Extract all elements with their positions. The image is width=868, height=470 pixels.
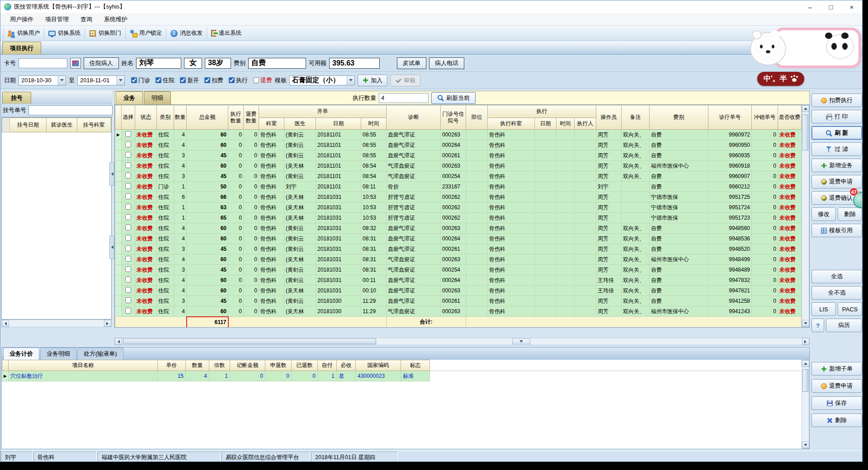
toolbar-button[interactable]: 切换用户 bbox=[3, 28, 44, 39]
delete-item-button[interactable]: 删除 bbox=[811, 414, 862, 427]
scroll-right-icon[interactable] bbox=[802, 338, 809, 345]
select-none-button[interactable]: 全不选 bbox=[811, 286, 862, 300]
maximize-button[interactable]: □ bbox=[821, 0, 841, 13]
splitter-collapse-icon[interactable] bbox=[512, 338, 530, 344]
business-vscrollbar[interactable] bbox=[802, 105, 809, 327]
row-select-checkbox[interactable] bbox=[125, 152, 131, 158]
template-select[interactable]: 石膏固定（小） bbox=[289, 75, 355, 85]
toolbar-button[interactable]: 切换系统 bbox=[44, 28, 85, 39]
print-button[interactable]: 打 印 bbox=[811, 110, 862, 123]
tab-business-pricing[interactable]: 业务计价 bbox=[3, 348, 39, 360]
dropdown-arrow-icon[interactable] bbox=[58, 76, 66, 85]
add-button[interactable]: 加入 bbox=[358, 75, 387, 86]
table-row[interactable]: 未收费 住院 1 63 0 0 骨伤科 (吴天林 20181031 10:53 bbox=[115, 202, 802, 213]
new-business-button[interactable]: 新增业务 bbox=[811, 159, 862, 172]
table-row[interactable]: 未收费 住院 4 60 0 0 骨伤科 (黄剑云 20181031 08:31 bbox=[115, 234, 802, 244]
row-select-checkbox[interactable] bbox=[125, 173, 131, 179]
toolbar-button[interactable]: 退出系统 bbox=[207, 28, 245, 39]
pricing-row[interactable]: ▶ 穴位贴敷治疗 15 4 1 0 0 0 1 是 430000023 bbox=[2, 371, 802, 381]
table-row[interactable]: 未收费 住院 3 45 0 0 骨伤科 (黄剑云 20181101 08:54 bbox=[115, 171, 802, 182]
inpatient-button[interactable]: 住院病人 bbox=[84, 57, 119, 69]
reg-no-input[interactable] bbox=[28, 105, 113, 115]
table-row[interactable]: 未收费 住院 4 60 0 0 骨伤科 (吴天林 20181031 08:31 bbox=[115, 254, 802, 265]
row-select-checkbox[interactable] bbox=[125, 183, 131, 189]
row-select-checkbox[interactable] bbox=[125, 245, 131, 251]
deduct-execute-button[interactable]: 扣费执行 bbox=[811, 94, 862, 107]
row-select-checkbox[interactable] bbox=[125, 277, 131, 282]
row-select-checkbox[interactable] bbox=[125, 256, 131, 262]
panel-collapse-button[interactable] bbox=[109, 162, 114, 186]
scroll-down-icon[interactable] bbox=[802, 442, 809, 448]
filter-checkbox[interactable] bbox=[131, 77, 137, 83]
filter-button[interactable]: 过 滤 bbox=[811, 142, 862, 156]
select-all-button[interactable]: 全选 bbox=[811, 270, 862, 283]
dropdown-arrow-icon[interactable] bbox=[347, 76, 354, 85]
scroll-down-icon[interactable] bbox=[802, 320, 809, 327]
date-to-select[interactable]: 2018-11-01 bbox=[77, 75, 125, 85]
row-select-checkbox[interactable] bbox=[125, 162, 131, 168]
table-row[interactable]: 未收费 住院 4 60 0 0 骨伤科 (黄剑云 20181031 00:11 bbox=[115, 275, 802, 286]
tab-registration[interactable]: 挂号 bbox=[2, 92, 31, 103]
registration-hscrollbar[interactable] bbox=[1, 320, 112, 327]
tab-prescription[interactable]: 处方(输液单) bbox=[77, 348, 123, 360]
toolbar-button[interactable]: 消息收发 bbox=[166, 28, 207, 39]
horizontal-splitter[interactable] bbox=[114, 338, 810, 345]
tab-detail[interactable]: 明细 bbox=[144, 91, 171, 104]
pacs-button[interactable]: PACS bbox=[838, 302, 862, 316]
row-select-checkbox[interactable] bbox=[125, 141, 131, 147]
minimize-button[interactable]: – bbox=[800, 0, 821, 13]
refresh-current-button[interactable]: 刷新当前 bbox=[431, 92, 476, 104]
filter-checkbox[interactable] bbox=[204, 77, 210, 83]
table-row[interactable]: 未收费 住院 4 60 0 0 骨伤科 (黄剑云 20181031 08:32 bbox=[115, 223, 802, 234]
dropdown-arrow-icon[interactable] bbox=[117, 76, 124, 85]
row-select-checkbox[interactable] bbox=[125, 193, 131, 199]
menu-item[interactable]: 查询 bbox=[75, 13, 98, 26]
row-select-checkbox[interactable] bbox=[125, 214, 131, 220]
filter-checkbox[interactable] bbox=[229, 77, 235, 83]
refund-apply-button[interactable]: 退费申请 bbox=[811, 379, 862, 393]
row-select-checkbox[interactable] bbox=[125, 131, 131, 137]
table-row[interactable]: 未收费 住院 4 60 0 0 骨伤科 (吴天林 20181101 08:54 bbox=[115, 161, 802, 171]
panel-collapse-button[interactable] bbox=[109, 235, 114, 259]
scroll-up-icon[interactable] bbox=[802, 360, 809, 367]
card-reader-button[interactable] bbox=[70, 58, 81, 69]
menu-item[interactable]: 系统维护 bbox=[98, 13, 133, 26]
template-ref-button[interactable]: 模板引用 bbox=[811, 224, 862, 237]
card-no-input[interactable] bbox=[19, 58, 67, 68]
tab-business-detail[interactable]: 业务明细 bbox=[40, 348, 76, 360]
table-row[interactable]: 未收费 住院 3 45 0 0 骨伤科 (黄剑云 20181101 08:55 bbox=[115, 150, 802, 161]
date-from-select[interactable]: 2018-10-30 bbox=[19, 75, 66, 85]
table-row[interactable]: 未收费 住院 4 60 0 0 骨伤科 (黄剑云 20181101 08:55 bbox=[115, 140, 802, 150]
pricing-vscrollbar[interactable] bbox=[802, 360, 809, 449]
table-row[interactable]: 未收费 门诊 1 50 0 0 骨伤科 刘宇 20181101 08:11 骨折 bbox=[115, 182, 802, 192]
menu-item[interactable]: 项目管理 bbox=[39, 13, 75, 26]
row-select-checkbox[interactable] bbox=[125, 266, 131, 272]
modify-button[interactable]: 修改 bbox=[811, 207, 836, 221]
table-row[interactable]: 未收费 住院 1 65 0 0 骨伤科 (吴天林 20181031 10:53 bbox=[115, 213, 802, 223]
refresh-button[interactable]: 刷 新 bbox=[811, 126, 862, 140]
table-row[interactable]: 未收费 住院 4 60 0 0 骨伤科 (吴天林 20181030 11:29 bbox=[115, 306, 802, 317]
toolbar-button[interactable]: 切换部门 bbox=[85, 28, 125, 39]
tab-business[interactable]: 业务 bbox=[116, 91, 143, 104]
scroll-up-icon[interactable] bbox=[802, 105, 809, 112]
row-select-checkbox[interactable] bbox=[125, 308, 131, 314]
delete-button[interactable]: 删除 bbox=[838, 207, 862, 221]
lis-button[interactable]: LIS bbox=[811, 302, 836, 316]
patient-phone-button[interactable]: 病人电话 bbox=[429, 57, 464, 69]
toolbar-button[interactable]: 用户锁定 bbox=[125, 28, 166, 39]
filter-checkbox[interactable] bbox=[156, 77, 161, 83]
filter-checkbox[interactable] bbox=[180, 77, 186, 83]
table-row[interactable]: 未收费 住院 6 66 0 0 骨伤科 (吴天林 20181031 10:53 bbox=[115, 192, 802, 202]
skin-test-button[interactable]: 皮试单 bbox=[397, 57, 426, 69]
table-row[interactable]: 未收费 住院 3 45 0 0 骨伤科 (黄剑云 20181030 11:29 bbox=[115, 296, 802, 306]
help-button[interactable]: ? bbox=[811, 319, 824, 332]
filter-checkbox[interactable] bbox=[253, 77, 259, 83]
scrollbar-thumb[interactable] bbox=[802, 114, 808, 150]
save-button[interactable]: 保存 bbox=[811, 396, 862, 410]
table-row[interactable]: 未收费 住院 4 60 0 0 骨伤科 (吴天林 20181031 00:10 bbox=[115, 286, 802, 296]
menu-item[interactable]: 用户操作 bbox=[4, 13, 39, 26]
new-subitem-button[interactable]: 新增子单 bbox=[811, 362, 862, 376]
refund-apply-button[interactable]: 退费申请 bbox=[811, 175, 862, 188]
row-select-checkbox[interactable] bbox=[125, 235, 131, 241]
notification-badge[interactable]: 47 bbox=[849, 188, 858, 196]
